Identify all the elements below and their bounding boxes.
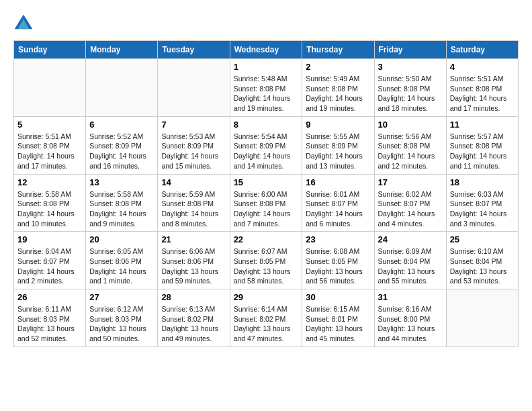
calendar-cell: 2Sunrise: 5:49 AM Sunset: 8:08 PM Daylig…: [302, 59, 374, 117]
calendar-cell: 11Sunrise: 5:57 AM Sunset: 8:08 PM Dayli…: [446, 116, 518, 174]
calendar-cell: 30Sunrise: 6:15 AM Sunset: 8:01 PM Dayli…: [302, 289, 374, 347]
day-number: 8: [234, 120, 299, 130]
calendar-table: SundayMondayTuesdayWednesdayThursdayFrid…: [13, 40, 519, 347]
calendar-cell: 7Sunrise: 5:53 AM Sunset: 8:09 PM Daylig…: [158, 116, 230, 174]
day-number: 20: [89, 234, 154, 244]
day-info: Sunrise: 6:16 AM Sunset: 8:00 PM Dayligh…: [378, 304, 443, 344]
calendar-cell: [86, 59, 158, 117]
day-info: Sunrise: 5:54 AM Sunset: 8:09 PM Dayligh…: [234, 132, 299, 171]
day-info: Sunrise: 5:51 AM Sunset: 8:08 PM Dayligh…: [450, 74, 515, 113]
calendar-cell: 17Sunrise: 6:02 AM Sunset: 8:07 PM Dayli…: [374, 174, 446, 232]
weekday-header-saturday: Saturday: [446, 41, 518, 59]
calendar-cell: 14Sunrise: 5:59 AM Sunset: 8:08 PM Dayli…: [158, 174, 230, 232]
day-number: 21: [161, 234, 226, 244]
day-info: Sunrise: 6:12 AM Sunset: 8:03 PM Dayligh…: [89, 304, 154, 344]
day-number: 14: [161, 177, 226, 187]
weekday-header-monday: Monday: [86, 41, 158, 59]
day-info: Sunrise: 5:55 AM Sunset: 8:09 PM Dayligh…: [306, 132, 370, 171]
day-info: Sunrise: 6:14 AM Sunset: 8:02 PM Dayligh…: [234, 304, 299, 344]
calendar-week-5: 26Sunrise: 6:11 AM Sunset: 8:03 PM Dayli…: [14, 289, 519, 347]
calendar-cell: 18Sunrise: 6:03 AM Sunset: 8:07 PM Dayli…: [446, 174, 518, 232]
day-info: Sunrise: 5:52 AM Sunset: 8:09 PM Dayligh…: [89, 132, 154, 171]
calendar-cell: 23Sunrise: 6:08 AM Sunset: 8:05 PM Dayli…: [302, 232, 374, 289]
day-info: Sunrise: 6:04 AM Sunset: 8:07 PM Dayligh…: [17, 246, 82, 286]
day-number: 9: [306, 120, 370, 130]
weekday-header-wednesday: Wednesday: [230, 41, 302, 59]
calendar-cell: [14, 59, 86, 117]
day-number: 22: [234, 234, 299, 244]
day-number: 4: [450, 62, 515, 72]
calendar-cell: 5Sunrise: 5:51 AM Sunset: 8:08 PM Daylig…: [14, 116, 86, 174]
day-info: Sunrise: 5:51 AM Sunset: 8:08 PM Dayligh…: [17, 132, 82, 171]
day-number: 2: [306, 62, 370, 72]
calendar-cell: 10Sunrise: 5:56 AM Sunset: 8:08 PM Dayli…: [374, 116, 446, 174]
day-info: Sunrise: 6:09 AM Sunset: 8:04 PM Dayligh…: [378, 246, 443, 286]
day-number: 3: [378, 62, 443, 72]
day-number: 5: [17, 120, 82, 130]
weekday-header-thursday: Thursday: [302, 41, 374, 59]
day-info: Sunrise: 6:06 AM Sunset: 8:06 PM Dayligh…: [161, 246, 226, 286]
calendar-cell: [446, 289, 518, 347]
day-number: 18: [450, 177, 515, 187]
day-info: Sunrise: 5:50 AM Sunset: 8:08 PM Dayligh…: [378, 74, 443, 113]
day-number: 30: [306, 292, 370, 302]
calendar-cell: 20Sunrise: 6:05 AM Sunset: 8:06 PM Dayli…: [86, 232, 158, 289]
day-number: 11: [450, 120, 515, 130]
weekday-header-friday: Friday: [374, 41, 446, 59]
day-number: 1: [234, 62, 299, 72]
day-info: Sunrise: 6:11 AM Sunset: 8:03 PM Dayligh…: [17, 304, 82, 344]
day-number: 12: [17, 177, 82, 187]
calendar-cell: [158, 59, 230, 117]
logo-icon: [13, 13, 34, 34]
calendar-cell: 12Sunrise: 5:58 AM Sunset: 8:08 PM Dayli…: [14, 174, 86, 232]
calendar-week-2: 5Sunrise: 5:51 AM Sunset: 8:08 PM Daylig…: [14, 116, 519, 174]
day-number: 24: [378, 234, 443, 244]
calendar-cell: 13Sunrise: 5:58 AM Sunset: 8:08 PM Dayli…: [86, 174, 158, 232]
day-info: Sunrise: 6:00 AM Sunset: 8:08 PM Dayligh…: [234, 189, 299, 229]
calendar-cell: 16Sunrise: 6:01 AM Sunset: 8:07 PM Dayli…: [302, 174, 374, 232]
day-number: 27: [89, 292, 154, 302]
day-info: Sunrise: 6:15 AM Sunset: 8:01 PM Dayligh…: [306, 304, 370, 344]
calendar-cell: 19Sunrise: 6:04 AM Sunset: 8:07 PM Dayli…: [14, 232, 86, 289]
calendar-cell: 9Sunrise: 5:55 AM Sunset: 8:09 PM Daylig…: [302, 116, 374, 174]
day-number: 15: [234, 177, 299, 187]
weekday-header-sunday: Sunday: [14, 41, 86, 59]
calendar-cell: 3Sunrise: 5:50 AM Sunset: 8:08 PM Daylig…: [374, 59, 446, 117]
calendar-cell: 25Sunrise: 6:10 AM Sunset: 8:04 PM Dayli…: [446, 232, 518, 289]
day-info: Sunrise: 5:53 AM Sunset: 8:09 PM Dayligh…: [161, 132, 226, 171]
day-info: Sunrise: 5:58 AM Sunset: 8:08 PM Dayligh…: [89, 189, 154, 229]
day-number: 6: [89, 120, 154, 130]
calendar-cell: 4Sunrise: 5:51 AM Sunset: 8:08 PM Daylig…: [446, 59, 518, 117]
calendar-cell: 31Sunrise: 6:16 AM Sunset: 8:00 PM Dayli…: [374, 289, 446, 347]
day-number: 7: [161, 120, 226, 130]
day-info: Sunrise: 6:08 AM Sunset: 8:05 PM Dayligh…: [306, 246, 370, 286]
day-number: 19: [17, 234, 82, 244]
day-info: Sunrise: 6:02 AM Sunset: 8:07 PM Dayligh…: [378, 189, 443, 229]
day-number: 13: [89, 177, 154, 187]
day-number: 17: [378, 177, 443, 187]
day-info: Sunrise: 6:13 AM Sunset: 8:02 PM Dayligh…: [161, 304, 226, 344]
calendar-week-4: 19Sunrise: 6:04 AM Sunset: 8:07 PM Dayli…: [14, 232, 519, 289]
day-info: Sunrise: 5:57 AM Sunset: 8:08 PM Dayligh…: [450, 132, 515, 171]
day-number: 29: [234, 292, 299, 302]
day-number: 16: [306, 177, 370, 187]
day-info: Sunrise: 6:01 AM Sunset: 8:07 PM Dayligh…: [306, 189, 370, 229]
day-number: 25: [450, 234, 515, 244]
day-info: Sunrise: 6:03 AM Sunset: 8:07 PM Dayligh…: [450, 189, 515, 229]
weekday-header-tuesday: Tuesday: [158, 41, 230, 59]
calendar-week-3: 12Sunrise: 5:58 AM Sunset: 8:08 PM Dayli…: [14, 174, 519, 232]
day-number: 23: [306, 234, 370, 244]
calendar-cell: 21Sunrise: 6:06 AM Sunset: 8:06 PM Dayli…: [158, 232, 230, 289]
day-number: 31: [378, 292, 443, 302]
day-number: 28: [161, 292, 226, 302]
calendar-cell: 29Sunrise: 6:14 AM Sunset: 8:02 PM Dayli…: [230, 289, 302, 347]
day-info: Sunrise: 6:10 AM Sunset: 8:04 PM Dayligh…: [450, 246, 515, 286]
calendar-body: 1Sunrise: 5:48 AM Sunset: 8:08 PM Daylig…: [14, 59, 519, 347]
calendar-cell: 26Sunrise: 6:11 AM Sunset: 8:03 PM Dayli…: [14, 289, 86, 347]
day-info: Sunrise: 5:49 AM Sunset: 8:08 PM Dayligh…: [306, 74, 370, 113]
calendar-cell: 28Sunrise: 6:13 AM Sunset: 8:02 PM Dayli…: [158, 289, 230, 347]
calendar-cell: 15Sunrise: 6:00 AM Sunset: 8:08 PM Dayli…: [230, 174, 302, 232]
calendar-cell: 24Sunrise: 6:09 AM Sunset: 8:04 PM Dayli…: [374, 232, 446, 289]
day-info: Sunrise: 5:48 AM Sunset: 8:08 PM Dayligh…: [234, 74, 299, 113]
calendar-cell: 8Sunrise: 5:54 AM Sunset: 8:09 PM Daylig…: [230, 116, 302, 174]
